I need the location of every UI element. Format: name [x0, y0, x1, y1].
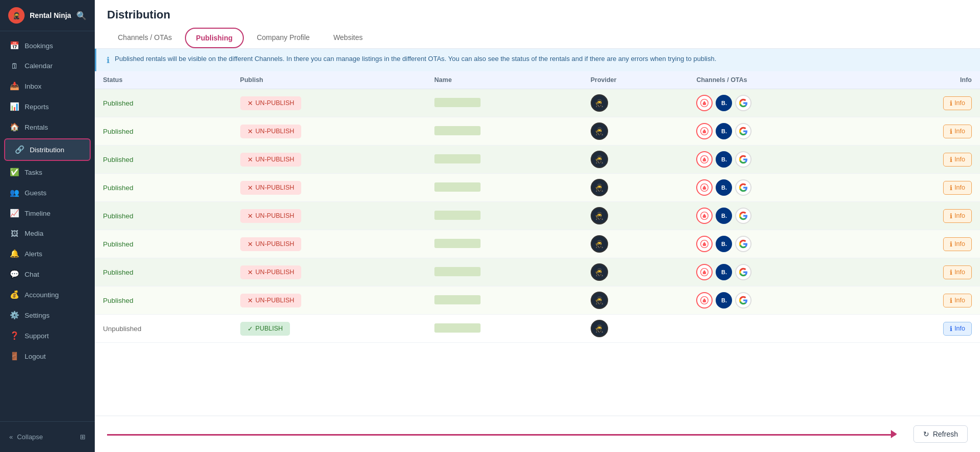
unpublish-button[interactable]: ✕ UN-PUBLISH	[240, 209, 302, 223]
tabs: Channels / OTAsPublishingCompany Profile…	[107, 28, 968, 48]
nav-icon-inbox: 📥	[9, 81, 19, 91]
publish-cell[interactable]: ✕ UN-PUBLISH	[232, 89, 426, 117]
sidebar-item-inbox[interactable]: 📥 Inbox	[0, 76, 95, 96]
tab-publishing[interactable]: Publishing	[185, 28, 244, 48]
google-icon	[735, 123, 752, 139]
unpublish-button[interactable]: ✕ UN-PUBLISH	[240, 237, 302, 251]
info-icon: ℹ	[950, 99, 952, 107]
sidebar-item-accounting[interactable]: 💰 Accounting	[0, 284, 95, 305]
publish-cell[interactable]: ✕ UN-PUBLISH	[232, 117, 426, 146]
status-cell: Published	[95, 146, 232, 174]
info-cell[interactable]: ℹ Info	[867, 174, 980, 202]
nav-icon-reports: 📊	[9, 102, 19, 111]
status-label: Published	[103, 184, 133, 192]
info-button[interactable]: ℹ Info	[943, 125, 972, 138]
sidebar-item-reports[interactable]: 📊 Reports	[0, 96, 95, 117]
unpublish-button[interactable]: ✕ UN-PUBLISH	[240, 96, 302, 110]
airbnb-icon	[696, 264, 713, 280]
sidebar-item-alerts[interactable]: 🔔 Alerts	[0, 243, 95, 264]
publish-cell[interactable]: ✕ UN-PUBLISH	[232, 202, 426, 230]
unpublish-button[interactable]: ✕ UN-PUBLISH	[240, 294, 302, 307]
publish-btn-icon: ✕	[247, 269, 253, 276]
status-label: Published	[103, 212, 133, 220]
search-button[interactable]: 🔍	[76, 11, 87, 20]
page-footer: ↻ Refresh	[95, 416, 980, 452]
table-row: Published ✕ UN-PUBLISH 🥷	[95, 89, 980, 117]
name-cell	[426, 315, 582, 343]
info-cell[interactable]: ℹ Info	[867, 146, 980, 174]
unpublish-button[interactable]: ✕ UN-PUBLISH	[240, 265, 302, 279]
collapse-button[interactable]: « Collapse ⊞	[0, 428, 95, 446]
sidebar-item-distribution[interactable]: 🔗 Distribution	[4, 138, 91, 161]
name-placeholder	[434, 182, 481, 192]
sidebar-item-guests[interactable]: 👥 Guests	[0, 182, 95, 203]
info-cell[interactable]: ℹ Info	[867, 202, 980, 230]
publish-btn-icon: ✕	[247, 99, 253, 107]
info-button[interactable]: ℹ Info	[943, 96, 972, 110]
info-button[interactable]: ℹ Info	[943, 153, 972, 167]
airbnb-icon	[696, 95, 713, 111]
publish-button[interactable]: ✓ PUBLISH	[240, 322, 290, 336]
publish-cell[interactable]: ✕ UN-PUBLISH	[232, 230, 426, 258]
publish-cell[interactable]: ✕ UN-PUBLISH	[232, 174, 426, 202]
status-cell: Published	[95, 89, 232, 117]
name-cell	[426, 174, 582, 202]
sidebar: 🥷 Rental Ninja 🔍 📅 Bookings 🗓 Calendar 📥…	[0, 0, 95, 452]
info-cell[interactable]: ℹ Info	[867, 315, 980, 343]
channels-cell: B.	[688, 258, 867, 286]
publish-cell[interactable]: ✕ UN-PUBLISH	[232, 286, 426, 315]
info-button[interactable]: ℹ Info	[943, 209, 972, 223]
refresh-button[interactable]: ↻ Refresh	[913, 425, 968, 443]
provider-cell: 🥷	[582, 89, 689, 117]
info-cell[interactable]: ℹ Info	[867, 89, 980, 117]
provider-avatar: 🥷	[591, 292, 608, 309]
info-button[interactable]: ℹ Info	[943, 265, 972, 279]
info-button[interactable]: ℹ Info	[943, 322, 972, 336]
sidebar-item-rentals[interactable]: 🏠 Rentals	[0, 117, 95, 137]
unpublish-button[interactable]: ✕ UN-PUBLISH	[240, 125, 302, 138]
tab-channels[interactable]: Channels / OTAs	[107, 28, 183, 48]
sidebar-item-media[interactable]: 🖼 Media	[0, 223, 95, 243]
sidebar-item-tasks[interactable]: ✅ Tasks	[0, 162, 95, 182]
info-button[interactable]: ℹ Info	[943, 294, 972, 307]
google-icon	[735, 179, 752, 196]
publish-cell[interactable]: ✕ UN-PUBLISH	[232, 146, 426, 174]
publish-cell[interactable]: ✕ UN-PUBLISH	[232, 258, 426, 286]
tab-company[interactable]: Company Profile	[246, 28, 321, 48]
sidebar-item-settings[interactable]: ⚙️ Settings	[0, 305, 95, 325]
info-cell[interactable]: ℹ Info	[867, 117, 980, 146]
provider-avatar: 🥷	[591, 207, 608, 224]
nav-icon-logout: 🚪	[9, 352, 19, 361]
info-button[interactable]: ℹ Info	[943, 181, 972, 195]
unpublish-button[interactable]: ✕ UN-PUBLISH	[240, 153, 302, 167]
sidebar-item-calendar[interactable]: 🗓 Calendar	[0, 56, 95, 76]
channels-cell	[688, 315, 867, 343]
publish-btn-icon: ✓	[247, 325, 253, 333]
collapse-icon: «	[9, 433, 13, 441]
nav-label-logout: Logout	[25, 353, 46, 360]
status-label: Unpublished	[103, 325, 141, 333]
airbnb-icon	[696, 208, 713, 224]
info-cell[interactable]: ℹ Info	[867, 230, 980, 258]
name-cell	[426, 230, 582, 258]
google-icon	[735, 264, 752, 280]
tab-websites[interactable]: Websites	[323, 28, 373, 48]
logo-avatar: 🥷	[8, 7, 25, 24]
info-button[interactable]: ℹ Info	[943, 237, 972, 251]
info-cell[interactable]: ℹ Info	[867, 286, 980, 315]
sidebar-item-bookings[interactable]: 📅 Bookings	[0, 35, 95, 56]
sidebar-item-support[interactable]: ❓ Support	[0, 325, 95, 346]
channels-cell: B.	[688, 286, 867, 315]
sidebar-item-logout[interactable]: 🚪 Logout	[0, 346, 95, 366]
info-cell[interactable]: ℹ Info	[867, 258, 980, 286]
col-info: Info	[867, 71, 980, 89]
status-label: Published	[103, 269, 133, 276]
nav-label-bookings: Bookings	[25, 42, 53, 50]
sidebar-item-timeline[interactable]: 📈 Timeline	[0, 203, 95, 223]
google-icon	[735, 151, 752, 168]
sidebar-logo: 🥷 Rental Ninja 🔍	[0, 0, 95, 31]
publish-cell[interactable]: ✓ PUBLISH	[232, 315, 426, 343]
sidebar-item-chat[interactable]: 💬 Chat	[0, 264, 95, 284]
unpublish-button[interactable]: ✕ UN-PUBLISH	[240, 181, 302, 195]
nav-icon-settings: ⚙️	[9, 311, 19, 320]
